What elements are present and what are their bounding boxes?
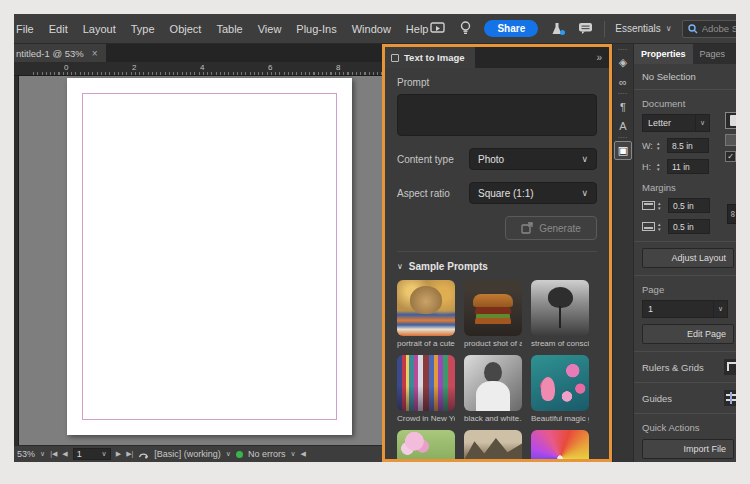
sample-caption: portrait of a cute... — [397, 339, 455, 348]
height-field[interactable]: 11 in — [667, 159, 709, 174]
close-icon[interactable]: × — [92, 48, 98, 59]
bottom-margin-field[interactable]: 0.5 in — [668, 219, 710, 234]
preflight-profile[interactable]: [Basic] (working) — [154, 449, 221, 459]
sample-prompt-item[interactable]: black and white... — [464, 355, 522, 423]
zoom-level[interactable]: 53% — [17, 449, 35, 459]
width-field[interactable]: 8.5 in — [667, 138, 709, 153]
workspace-switcher[interactable]: Essentials ∨ — [615, 23, 671, 34]
character-styles-icon[interactable]: A — [614, 116, 632, 135]
menu-view[interactable]: View — [258, 23, 282, 35]
menu-table[interactable]: Table — [216, 23, 242, 35]
errors-chevron-icon[interactable]: ∨ — [290, 450, 295, 458]
content-type-select[interactable]: Photo ∨ — [469, 148, 597, 170]
width-stepper[interactable]: ▴▾ — [657, 141, 664, 150]
vertical-ruler[interactable] — [14, 76, 19, 445]
sample-thumbnail-magic-garden[interactable] — [531, 355, 589, 411]
previous-page-button[interactable]: ◀ — [62, 450, 67, 458]
sample-prompt-item[interactable]: Beautiful magic g... — [531, 355, 589, 423]
collapse-panel-icon[interactable]: » — [596, 52, 609, 63]
paragraph-styles-icon[interactable]: ¶ — [614, 97, 632, 116]
sample-prompt-item[interactable]: Crowd in New Yo... — [397, 355, 455, 423]
properties-tab-bar: Properties Pages C — [634, 44, 736, 64]
adobe-stock-search[interactable]: Adobe Stock — [682, 20, 736, 38]
text-to-image-tab[interactable]: Text to Image — [385, 47, 475, 68]
sample-prompt-item[interactable]: stream of conscio... — [531, 280, 589, 348]
share-button[interactable]: Share — [484, 20, 538, 37]
zoom-chevron-icon[interactable]: ∨ — [40, 450, 45, 458]
tab-properties[interactable]: Properties — [634, 44, 693, 64]
menu-plugins[interactable]: Plug-Ins — [296, 23, 336, 35]
preset-chevron-icon[interactable]: ∨ — [226, 450, 231, 458]
top-margin-stepper[interactable]: ▴▾ — [658, 201, 665, 210]
no-errors-indicator — [236, 451, 243, 458]
facing-pages-checkbox[interactable]: ✓ — [725, 151, 736, 162]
bottom-margin-stepper[interactable]: ▴▾ — [658, 222, 665, 231]
guides-icon[interactable] — [724, 390, 736, 406]
menu-file[interactable]: File — [16, 23, 34, 35]
sample-prompt-item[interactable]: portrait of a cute... — [397, 280, 455, 348]
page-select[interactable]: 1 ∨ — [642, 300, 728, 318]
adjust-layout-button[interactable]: Adjust Layout — [642, 248, 734, 268]
sample-thumbnail-crowd[interactable] — [397, 355, 455, 411]
aspect-ratio-select[interactable]: Square (1:1) ∨ — [469, 182, 597, 204]
sample-prompt-item[interactable] — [464, 430, 522, 459]
ruler-tick-8: 8 — [336, 63, 340, 72]
sample-thumbnail-portrait[interactable] — [464, 355, 522, 411]
quick-actions-label: Quick Actions — [642, 422, 736, 433]
sample-thumbnail-kaleidoscope[interactable] — [531, 430, 589, 459]
last-page-button[interactable]: ▶| — [126, 450, 133, 458]
menu-type[interactable]: Type — [131, 23, 155, 35]
layers-icon[interactable]: ◈ — [614, 53, 632, 72]
menu-help[interactable]: Help — [406, 23, 429, 35]
sample-prompt-item[interactable] — [531, 430, 589, 459]
sample-thumbnail-bonsai[interactable] — [397, 430, 455, 459]
links-icon[interactable]: ∞ — [614, 72, 632, 91]
tab-cc-libraries[interactable]: C — [732, 44, 736, 64]
prompt-input[interactable] — [397, 94, 597, 136]
preflight-icon[interactable] — [138, 449, 149, 460]
page-number-select[interactable]: 1 ∨ — [73, 448, 111, 460]
height-stepper[interactable]: ▴▾ — [657, 162, 664, 171]
tab-pages[interactable]: Pages — [693, 44, 733, 64]
landscape-orientation-button[interactable] — [725, 134, 736, 146]
edit-page-button[interactable]: Edit Page — [642, 324, 734, 344]
sample-prompts-label: Sample Prompts — [409, 261, 488, 272]
scroll-left-arrow[interactable]: ◀ — [301, 450, 306, 458]
pasteboard[interactable] — [14, 76, 386, 445]
top-margin-field[interactable]: 0.5 in — [668, 198, 710, 213]
text-to-image-icon[interactable]: ▣ — [614, 141, 632, 160]
sample-prompt-item[interactable]: product shot of a... — [464, 280, 522, 348]
import-file-button[interactable]: Import File — [642, 439, 734, 459]
next-page-button[interactable]: ▶ — [116, 450, 121, 458]
document-page[interactable] — [67, 78, 352, 435]
document-tab[interactable]: ntitled-1 @ 53% × — [14, 44, 106, 62]
menu-layout[interactable]: Layout — [83, 23, 116, 35]
error-status-label[interactable]: No errors — [248, 449, 286, 459]
sample-prompt-item[interactable] — [397, 430, 455, 459]
link-margins-icon[interactable]: ∞ — [727, 204, 736, 224]
search-icon — [688, 24, 698, 34]
ruler-tick-2: 2 — [132, 63, 136, 72]
beaker-icon[interactable] — [548, 21, 566, 37]
portrait-orientation-button[interactable] — [725, 112, 736, 129]
sample-thumbnail-burger[interactable] — [464, 280, 522, 336]
page-size-select[interactable]: Letter ∨ — [642, 114, 710, 132]
feedback-icon[interactable] — [576, 21, 594, 37]
menu-edit[interactable]: Edit — [49, 23, 68, 35]
lightbulb-icon[interactable] — [456, 21, 474, 37]
first-page-button[interactable]: |◀ — [50, 450, 57, 458]
sample-thumbnail-car[interactable] — [464, 430, 522, 459]
sample-thumbnail-brain-tree[interactable] — [531, 280, 589, 336]
sample-prompts-header[interactable]: ∨ Sample Prompts — [397, 261, 597, 272]
content-type-value: Photo — [478, 154, 504, 165]
publish-online-icon[interactable] — [428, 21, 446, 37]
horizontal-ruler[interactable]: 0 2 4 6 8 — [14, 62, 386, 76]
generate-button[interactable]: Generate — [505, 216, 597, 240]
rulers-grids-icon[interactable] — [724, 359, 736, 375]
sample-thumbnail-cat[interactable] — [397, 280, 455, 336]
sample-caption: Crowd in New Yo... — [397, 414, 455, 423]
menubar-divider — [604, 21, 605, 37]
generate-label: Generate — [539, 223, 581, 234]
menu-window[interactable]: Window — [352, 23, 391, 35]
menu-object[interactable]: Object — [170, 23, 202, 35]
